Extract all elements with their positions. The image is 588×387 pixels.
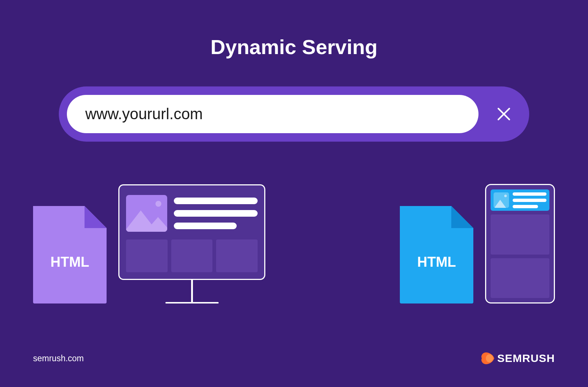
url-input-display: www.yoururl.com xyxy=(67,95,478,133)
mobile-text-lines-icon xyxy=(513,192,546,208)
mobile-image-placeholder-icon xyxy=(494,192,509,208)
text-lines-icon xyxy=(174,198,258,229)
html-file-mobile-icon: HTML xyxy=(400,206,473,303)
content-card-icon xyxy=(171,239,213,272)
search-bar-container: www.yoururl.com xyxy=(59,86,529,142)
file-label-mobile: HTML xyxy=(417,254,456,270)
page-title: Dynamic Serving xyxy=(0,0,588,59)
brand-logo: SEMRUSH xyxy=(480,352,555,365)
file-label-desktop: HTML xyxy=(50,254,89,270)
footer-site-text: semrush.com xyxy=(33,354,84,363)
image-placeholder-icon xyxy=(126,195,167,232)
content-card-icon xyxy=(216,239,258,272)
content-card-icon xyxy=(126,239,168,272)
mobile-phone-icon xyxy=(485,184,555,303)
close-icon xyxy=(495,105,513,123)
brand-name: SEMRUSH xyxy=(497,352,555,365)
desktop-group: HTML xyxy=(33,184,265,303)
svg-point-2 xyxy=(486,354,493,362)
footer: semrush.com SEMRUSH xyxy=(0,352,588,365)
file-fold-icon xyxy=(85,206,107,228)
file-fold-icon xyxy=(451,206,473,228)
devices-row: HTML xyxy=(0,142,588,303)
mobile-content-card-icon xyxy=(491,258,549,298)
mobile-content-card-icon xyxy=(491,214,549,255)
flame-icon xyxy=(480,352,493,365)
html-file-desktop-icon: HTML xyxy=(33,206,107,303)
mobile-group: HTML xyxy=(400,184,555,303)
desktop-monitor-icon xyxy=(118,184,265,303)
